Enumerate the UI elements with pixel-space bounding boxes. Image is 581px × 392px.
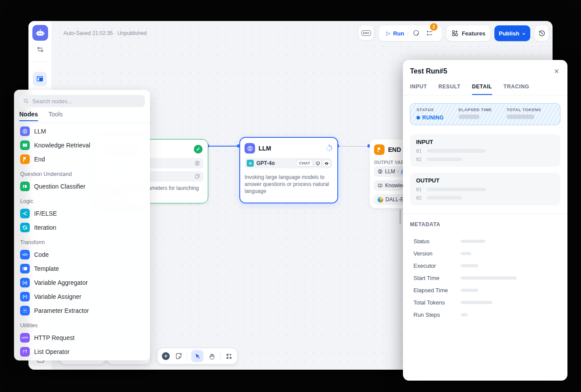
section-header: Transform (18, 234, 147, 248)
chat-mode-badge: CHAT (296, 160, 313, 167)
output-row: 01 (416, 187, 554, 192)
add-node-button[interactable]: + (161, 352, 170, 360)
section-divider (403, 214, 567, 214)
run-controls: ▷ Run 2 (379, 25, 442, 41)
app-logo[interactable] (32, 25, 48, 41)
tab-nodes[interactable]: Nodes (19, 111, 38, 121)
openai-icon: ✳ (247, 160, 254, 167)
node-item-template[interactable]: Template (18, 262, 147, 276)
status-label: STATUS (416, 107, 458, 112)
features-button[interactable]: Features (447, 25, 490, 41)
tabs-divider (403, 95, 567, 95)
node-item-list-operator[interactable]: List Operator (18, 345, 147, 359)
hand-mode-button[interactable] (207, 352, 216, 360)
model-name: GPT-4o (256, 160, 275, 166)
node-item-question-classifier[interactable]: Question Classifier (18, 179, 147, 193)
node-item-parameter-extractor[interactable]: Parameter Extractor (18, 304, 147, 318)
skeleton-bar (427, 188, 486, 191)
node-item-variable-aggregator[interactable]: {x} Variable Aggregator (18, 276, 147, 290)
model-selector[interactable]: ✳ GPT-4o CHAT (245, 158, 332, 168)
node-search-panel: Nodes Tools LLM Knowledge Retrieval End … (14, 90, 150, 360)
output-card: OUTPUT 01 02 (410, 173, 560, 205)
metadata-row: Executor (413, 259, 560, 272)
list-operator-icon (20, 347, 30, 357)
llm-node-description: Invoking large language models to answer… (245, 174, 332, 195)
add-note-button[interactable] (174, 352, 183, 360)
node-item-code[interactable]: </> Code (18, 248, 147, 262)
robot-icon (35, 28, 45, 38)
env-button[interactable]: ENV (359, 25, 374, 40)
input-card: INPUT 01 02 (410, 134, 560, 167)
metadata-rows: Status Version Executor Start Time Elaps… (413, 235, 560, 321)
tab-tracing[interactable]: TRACING (504, 84, 529, 95)
knowledge-book-icon (20, 140, 30, 150)
publish-label: Publish (499, 30, 519, 37)
output-label: OUTPUT (416, 177, 554, 184)
node-item-knowledge-retrieval[interactable]: Knowledge Retrieval (18, 138, 147, 152)
node-item-end[interactable]: End (18, 152, 147, 166)
autosave-status: Auto-Saved 21:02:35 · Unpublished (63, 30, 147, 36)
edge-start-llm (207, 146, 239, 147)
canvas-toolbar: + (158, 348, 237, 364)
canvas-scrollbar[interactable] (399, 209, 401, 224)
edge-llm-end (337, 146, 370, 147)
metadata-row: Elapsed Time (413, 284, 560, 296)
tab-detail[interactable]: DETAIL (472, 84, 492, 95)
copy-icon (195, 174, 200, 179)
tab-tools[interactable]: Tools (49, 111, 63, 120)
version-history-button[interactable] (535, 25, 549, 41)
vision-badge (314, 160, 322, 167)
node-item-variable-assigner[interactable]: (=) Variable Assigner (18, 290, 147, 304)
history-icon (538, 30, 546, 37)
input-label: INPUT (416, 139, 554, 145)
http-request-icon: HTTP (20, 333, 30, 343)
node-item-iteration[interactable]: Iteration (18, 220, 147, 234)
close-icon[interactable]: ✕ (552, 67, 561, 76)
eye-icon-badge (323, 160, 330, 167)
skeleton-bar (461, 240, 485, 243)
running-spinner-icon (326, 144, 333, 152)
node-search-box[interactable] (19, 95, 145, 107)
sidebar-item-preview[interactable] (33, 72, 47, 86)
preview-run-button[interactable] (412, 28, 421, 38)
plus-circle-icon: + (162, 352, 170, 360)
checklist-button[interactable]: 2 (425, 28, 434, 38)
elapsed-time-label: ELAPSED TIME (458, 107, 507, 112)
tab-result[interactable]: RESULT (438, 84, 461, 95)
pointer-mode-button[interactable] (191, 350, 203, 362)
metadata-row: Version (413, 247, 560, 259)
input-row: 02 (416, 157, 554, 162)
iteration-icon (20, 223, 30, 232)
run-panel-tabs: INPUT RESULT DETAIL TRACING (410, 84, 529, 95)
skeleton-bar (427, 196, 462, 200)
variable-aggregator-icon: {x} (20, 278, 30, 287)
run-group-divider (408, 30, 408, 37)
toolbar-divider (220, 353, 220, 360)
workflow-settings-icon[interactable] (36, 46, 44, 53)
section-header: Question Understand (18, 166, 147, 179)
node-item-if-else[interactable]: IF/ELSE (18, 206, 147, 220)
llm-node-header: LLM (245, 143, 271, 154)
run-button[interactable]: Run (393, 30, 404, 37)
metadata-row: Total Tokens (413, 296, 560, 308)
success-check-icon: ✓ (194, 145, 203, 154)
chevron-down-icon: ⌄ (522, 30, 526, 36)
node-item-http-request[interactable]: HTTP HTTP Request (18, 331, 147, 345)
elapsed-time-skeleton (458, 115, 480, 119)
end-node-header: END (374, 144, 401, 155)
organize-nodes-button[interactable] (224, 352, 233, 360)
tab-input[interactable]: INPUT (410, 84, 427, 95)
toolbar-divider (187, 353, 187, 360)
publish-button[interactable]: Publish ⌄ (494, 25, 530, 41)
node-item-llm[interactable]: LLM (18, 124, 147, 138)
test-run-panel: Test Run#5 ✕ INPUT RESULT DETAIL TRACING… (403, 60, 567, 381)
skeleton-bar (427, 158, 462, 161)
skeleton-bar (427, 149, 486, 153)
search-input[interactable] (32, 98, 141, 105)
status-card: STATUS RUNING ELAPSED TIME TOTAL TOKENS (410, 103, 560, 125)
metadata-row: Run Steps (413, 308, 560, 321)
skeleton-bar (461, 313, 468, 316)
end-flag-icon (20, 154, 30, 164)
llm-node[interactable]: LLM ✳ GPT-4o CHAT Invoking large lan (239, 137, 338, 203)
skeleton-bar (461, 289, 478, 292)
